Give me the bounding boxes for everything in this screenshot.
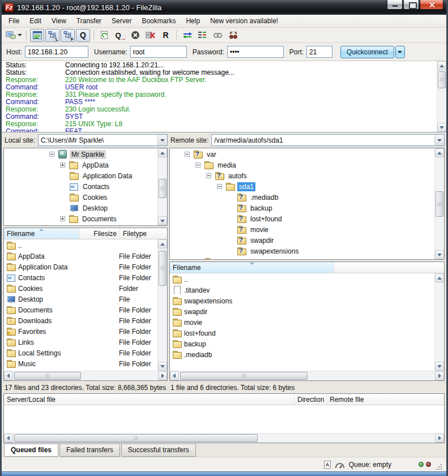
tree-item-mr-sparkle[interactable]: Mr Sparkle xyxy=(4,149,157,160)
scrollbar-thumb[interactable] xyxy=(14,434,258,442)
toggle-local-tree-button[interactable]: L xyxy=(45,29,59,42)
file-row-documents[interactable]: DocumentsFile Folder xyxy=(4,305,157,315)
column-filename[interactable]: Filename xyxy=(4,228,79,239)
collapse-icon[interactable] xyxy=(195,162,200,168)
menu-edit[interactable]: Edit xyxy=(24,15,46,27)
site-manager-dropdown-icon[interactable] xyxy=(18,34,22,36)
column-remote-file[interactable]: Remote file xyxy=(327,394,444,405)
tree-item-swapextensions[interactable]: swapextensions xyxy=(170,246,434,256)
password-input[interactable] xyxy=(227,46,284,58)
menu-bookmarks[interactable]: Bookmarks xyxy=(136,15,181,27)
file-row-cookies[interactable]: CookiesFolder xyxy=(4,283,157,294)
file-row-mediadb[interactable]: .mediadb xyxy=(170,349,434,360)
tree-item-downloads[interactable]: Downloads xyxy=(4,224,157,225)
scrollbar-thumb[interactable] xyxy=(438,71,446,88)
scroll-right-button[interactable] xyxy=(435,434,444,443)
minimize-button[interactable] xyxy=(387,0,403,10)
menu-transfer[interactable]: Transfer xyxy=(71,15,106,27)
scroll-down-button[interactable] xyxy=(437,123,446,132)
tree-item-dvd[interactable]: dvd xyxy=(170,256,434,259)
scroll-left-button[interactable] xyxy=(4,371,13,380)
disconnect-button[interactable] xyxy=(143,29,157,42)
tree-item-appdata[interactable]: AppData xyxy=(4,160,157,170)
file-row-backup[interactable]: backup xyxy=(170,338,434,349)
local-list-hscrollbar[interactable] xyxy=(4,371,167,380)
file-row-downloads[interactable]: DownloadsFile Folder xyxy=(4,315,157,326)
file-row-desktop[interactable]: DesktopFile xyxy=(4,294,157,305)
local-tree-scrollbar[interactable] xyxy=(157,148,167,225)
file-row-up[interactable]: .. xyxy=(170,274,434,285)
scroll-left-button[interactable] xyxy=(170,371,179,380)
tree-item-contacts[interactable]: Contacts xyxy=(4,181,157,192)
remote-site-combo[interactable]: /var/media/autofs/sda1 xyxy=(211,134,445,146)
combo-dropdown-button[interactable] xyxy=(434,135,444,145)
local-site-combo[interactable]: C:\Users\Mr Sparkle\ xyxy=(38,134,168,146)
menu-view[interactable]: View xyxy=(46,15,71,27)
scroll-up-button[interactable] xyxy=(435,273,444,282)
scroll-down-button[interactable] xyxy=(158,216,167,225)
port-input[interactable] xyxy=(306,46,332,58)
collapse-icon[interactable] xyxy=(49,152,54,157)
tree-item-var[interactable]: var xyxy=(170,149,434,160)
collapse-icon[interactable] xyxy=(217,184,222,189)
menu-file[interactable]: File xyxy=(3,15,24,27)
quickconnect-button[interactable]: Quickconnect xyxy=(340,46,394,58)
file-row-movie[interactable]: movie xyxy=(170,317,434,328)
toggle-queue-button[interactable]: Q xyxy=(76,29,90,42)
scroll-down-button[interactable] xyxy=(158,362,167,371)
file-row-up[interactable]: .. xyxy=(4,240,157,251)
column-server-local-file[interactable]: Server/Local file xyxy=(4,394,295,405)
file-row-local-settings[interactable]: Local SettingsFile Folder xyxy=(4,348,157,358)
file-row-music[interactable]: MusicFile Folder xyxy=(4,358,157,369)
tree-item-lost-found[interactable]: lost+found xyxy=(170,213,434,224)
close-button[interactable] xyxy=(420,0,443,10)
scrollbar-thumb[interactable] xyxy=(14,372,81,380)
maximize-button[interactable] xyxy=(403,0,419,10)
tree-item-documents[interactable]: Documents xyxy=(4,213,157,224)
remote-list-scrollbar[interactable] xyxy=(434,273,444,371)
tab-failed-transfers[interactable]: Failed transfers xyxy=(59,444,120,457)
scrollbar-thumb[interactable] xyxy=(180,372,308,380)
file-row-titandev[interactable]: .titandev xyxy=(170,285,434,295)
file-row-links[interactable]: LinksFile Folder xyxy=(4,337,157,348)
tree-item-sda1[interactable]: sda1 xyxy=(170,181,434,192)
tab-successful-transfers[interactable]: Successful transfers xyxy=(121,444,196,457)
cancel-button[interactable] xyxy=(128,29,142,42)
menu-help[interactable]: Help xyxy=(181,15,205,27)
file-row-swapextensions[interactable]: swapextensions xyxy=(170,295,434,306)
collapse-icon[interactable] xyxy=(206,173,211,178)
toggle-remote-tree-button[interactable]: F xyxy=(61,29,75,42)
synchronized-browsing-button[interactable] xyxy=(211,29,225,42)
combo-dropdown-button[interactable] xyxy=(157,135,167,145)
transfer-type-icon[interactable] xyxy=(324,461,331,469)
refresh-button[interactable] xyxy=(97,29,112,42)
tree-item-desktop[interactable]: Desktop xyxy=(4,203,157,213)
scroll-up-button[interactable] xyxy=(437,61,446,70)
scroll-up-button[interactable] xyxy=(158,148,167,157)
site-manager-button[interactable] xyxy=(5,29,23,42)
quickconnect-dropdown-button[interactable] xyxy=(395,46,405,58)
scroll-left-button[interactable] xyxy=(4,434,13,443)
expand-icon[interactable] xyxy=(60,216,65,221)
scrollbar-thumb[interactable] xyxy=(159,251,167,286)
tree-item-mediadb[interactable]: .mediadb xyxy=(170,192,434,203)
file-row-favorites[interactable]: FavoritesFile Folder xyxy=(4,326,157,337)
tree-item-backup[interactable]: backup xyxy=(170,203,434,213)
reconnect-button[interactable]: R xyxy=(159,29,173,42)
resize-grip[interactable] xyxy=(436,464,442,470)
scrollbar-thumb[interactable] xyxy=(159,179,167,198)
file-row-contacts[interactable]: ContactsFile Folder xyxy=(4,272,157,283)
remote-list-hscrollbar[interactable] xyxy=(170,371,444,380)
scroll-up-button[interactable] xyxy=(158,239,167,248)
column-direction[interactable]: Direction xyxy=(295,394,327,405)
column-filename[interactable]: Filename xyxy=(170,262,334,273)
directory-listing-button[interactable] xyxy=(195,29,210,42)
menu-server[interactable]: Server xyxy=(106,15,136,27)
scroll-up-button[interactable] xyxy=(435,148,444,157)
toggle-message-log-button[interactable] xyxy=(30,29,44,42)
username-input[interactable] xyxy=(130,46,187,58)
queue-hscrollbar[interactable] xyxy=(4,433,444,443)
tree-item-media[interactable]: media xyxy=(170,160,434,170)
remote-tree-scrollbar[interactable] xyxy=(434,148,444,259)
collapse-icon[interactable] xyxy=(185,152,190,157)
